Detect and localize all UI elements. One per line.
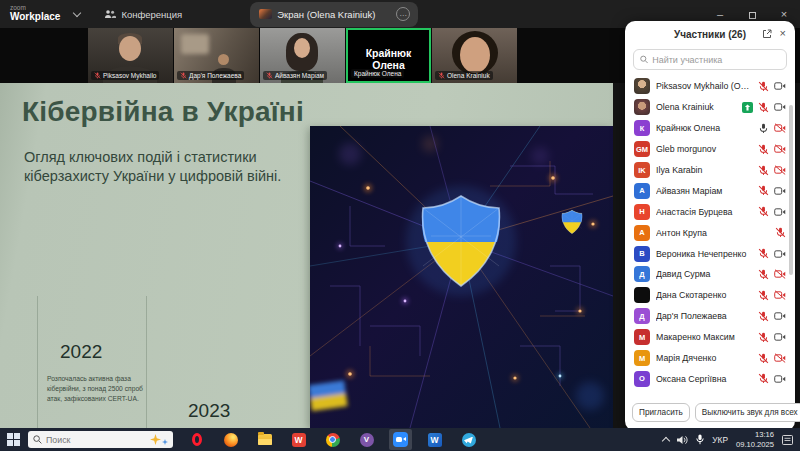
participant-avatar: IK [634,162,650,178]
video-tile[interactable]: Olena Krainiuk Olena Krainiuk [432,28,517,83]
close-icon[interactable]: × [780,28,786,39]
video-tile[interactable]: Крайнюк Олена Крайнюк Олена [346,28,431,83]
participant-name: Olena Krainiuk [656,102,736,112]
participant-name: Давид Сурма [656,269,752,279]
screen-sharing-badge [742,102,753,113]
participant-avatar: В [634,246,650,262]
participant-name: Макаренко Максим [656,332,752,342]
participant-row[interactable]: Piksasov Mykhailo (Организатор, я) [625,76,795,97]
participant-name: Gleb morgunov [656,144,752,154]
camera-status-icon [774,374,786,384]
active-speaker-name: Крайнюк Олена [348,47,429,71]
video-tile[interactable]: Дар'я Полежаева Дар'я Полежаева [174,28,259,83]
muted-mic-icon [438,72,445,79]
scrollbar[interactable] [789,105,793,275]
timeline-divider [146,296,147,428]
participant-search[interactable] [633,49,787,70]
word-icon: W [428,433,442,447]
timeline-milestone: 2023 За даними Microsoft, понад 60% усіх… [188,400,289,428]
logo-bottom: Workplace [10,12,60,23]
mic-status-icon [758,311,769,322]
taskbar-app-viber[interactable]: V [355,429,378,450]
speaker-icon[interactable] [677,435,688,445]
participant-row[interactable]: О Оксана Сергіївна [625,368,795,389]
video-tile[interactable]: Айвазян Маріам Айвазян Маріам [260,28,345,83]
popout-icon[interactable] [762,29,772,39]
taskbar-app-zoom[interactable] [389,429,412,450]
microphone-icon[interactable] [696,434,704,445]
camera-status-icon [774,81,786,91]
camera-status-icon [774,311,786,321]
chevron-down-icon[interactable] [73,9,81,17]
taskbar-app-chrome[interactable] [321,429,344,450]
participant-row[interactable]: К Крайнюк Олена [625,118,795,139]
participant-avatar: Д [634,308,650,324]
participant-avatar: К [634,120,650,136]
participant-row[interactable]: GM Gleb morgunov [625,139,795,160]
opera-icon [192,433,202,446]
taskbar-app-wps[interactable]: W [287,429,310,450]
participant-row[interactable]: Olena Krainiuk [625,97,795,118]
tab-conference[interactable]: Конференция [96,0,190,28]
participant-avatar: Н [634,204,650,220]
presentation-slide: Кібервійна в Україні Огляд ключових поді… [0,83,613,428]
search-input[interactable] [652,55,780,65]
camera-status-icon [774,186,786,196]
taskbar-app-opera[interactable] [185,429,208,450]
participant-row[interactable]: А Айвазян Маріам [625,180,795,201]
participant-row[interactable]: А Антон Крупа [625,222,795,243]
muted-mic-icon [94,72,101,79]
mic-status-icon [758,123,769,134]
participant-row[interactable]: Д Давид Сурма [625,264,795,285]
action-center-icon[interactable] [782,435,793,445]
telegram-icon [462,433,476,447]
participant-row[interactable]: Д Дар'я Полежаева [625,306,795,327]
mic-status-icon [758,81,769,92]
participant-name: Дана Скотаренко [656,290,752,300]
participant-name: Айвазян Маріам [656,186,752,196]
taskbar-search[interactable] [28,431,173,448]
taskbar-app-firefox[interactable] [219,429,242,450]
muted-mic-icon [266,72,273,79]
participant-avatar: GM [634,141,650,157]
milestone-year: 2022 [60,341,144,363]
mic-status-icon [758,269,769,280]
tab-screen-share[interactable]: Экран (Olena Krainiuk) … [250,2,418,27]
participant-name: Piksasov Mykhailo (Организатор, я) [656,81,752,91]
participant-avatar: А [634,183,650,199]
participant-row[interactable]: IK Ilya Karabin [625,160,795,181]
clock[interactable]: 13:16 09.10.2025 [736,430,774,449]
participant-row[interactable]: Дана Скотаренко [625,285,795,306]
mute-all-button[interactable]: Выключить звук для всех [695,403,800,422]
participant-row[interactable]: Н Анастасія Бурцева [625,201,795,222]
participant-avatar [634,99,650,115]
participants-footer: Пригласить Выключить звук для всех … [625,397,795,431]
tray-overflow-icon[interactable] [662,437,670,445]
start-button[interactable] [0,428,26,451]
video-tile[interactable]: Piksasov Mykhailo Piksasov Mykhailo [88,28,173,83]
mic-status-icon [758,206,769,217]
participant-name: Марія Дяченко [656,353,752,363]
participant-name: Оксана Сергіївна [656,374,752,384]
taskbar-search-input[interactable] [46,435,146,445]
search-icon [640,55,648,64]
mic-status-icon [758,144,769,155]
milestone-year: 2023 [188,400,289,422]
taskbar-app-explorer[interactable] [253,429,276,450]
invite-button[interactable]: Пригласить [632,403,690,422]
participant-row[interactable]: М Марія Дяченко [625,348,795,369]
participant-name: Piksasov Mykhailo [103,72,156,79]
mic-status-icon [758,248,769,259]
taskbar-app-word[interactable]: W [423,429,446,450]
mic-status-icon [775,227,786,238]
participant-row[interactable]: В Вероника Нечепренко [625,243,795,264]
participant-row[interactable]: М Макаренко Максим [625,327,795,348]
more-options-icon[interactable]: … [396,7,410,21]
participant-avatar: О [634,371,650,387]
taskbar-app-telegram[interactable] [457,429,480,450]
tile-name-label: Крайнюк Олена [351,69,404,78]
participant-avatar [634,287,650,303]
zoom-app-window: zoom Workplace Конференция Экран (Olena … [0,0,800,451]
windows-taskbar: WVW УКР 13:16 09.10.2025 [0,428,800,451]
language-indicator[interactable]: УКР [712,435,728,445]
